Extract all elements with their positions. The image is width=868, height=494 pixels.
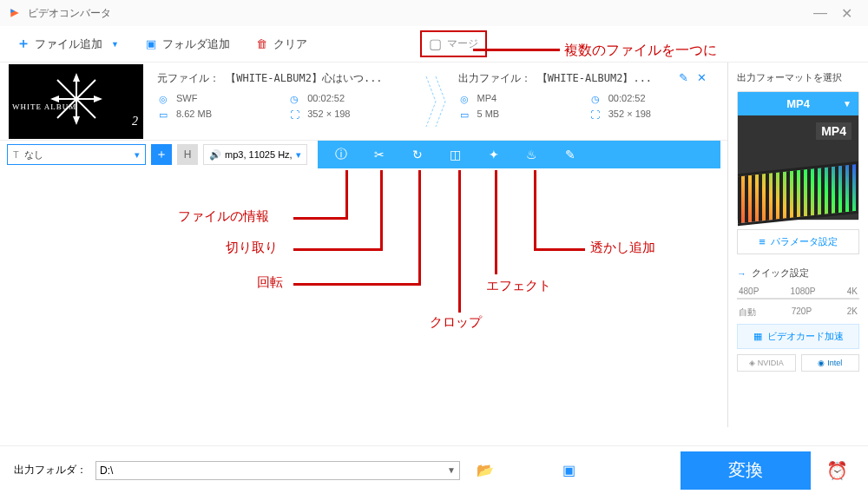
res-4k[interactable]: 4K [847,287,858,296]
arrow-right-icon: → [737,268,746,279]
res-720p[interactable]: 720P [792,306,812,319]
video-thumbnail[interactable]: WHITE ALBUM 2 [9,64,143,139]
h-label: H [184,148,192,161]
add-folder-label: フォルダ追加 [162,36,230,52]
merge-button[interactable]: ▢ マージ [420,30,487,57]
intel-icon: ◉ [818,359,825,367]
close-button[interactable]: ✕ [833,5,859,22]
res-auto[interactable]: 自動 [739,306,756,319]
crop-tool-icon[interactable]: ◫ [448,148,464,161]
source-title: 元ファイル： 【WHITE-ALBUM2】心はいつ... [157,71,413,86]
source-info: 元ファイル： 【WHITE-ALBUM2】心はいつ... ◎SWF ◷00:02… [152,68,418,135]
format-value: MP4 [786,97,810,110]
format-card[interactable]: MP4 ▼ MP4 [737,91,859,221]
main-area: WHITE ALBUM 2 元ファイル： 【WHITE-ALBUM2】心はいつ.… [0,63,868,427]
resolution-row-1: 480P 1080P 4K [737,287,859,296]
convert-button[interactable]: 変換 [681,451,811,490]
trim-tool-icon[interactable]: ✂ [372,148,387,161]
add-folder-button[interactable]: ▣ フォルダ追加 [145,36,230,52]
format-icon: ◎ [157,93,169,105]
svg-marker-9 [94,96,102,102]
clock-icon: ◷ [589,93,602,105]
format-icon: ◎ [458,93,470,105]
source-duration: 00:02:52 [307,93,412,105]
parameter-settings-button[interactable]: ≡ パラメータ設定 [737,229,859,254]
subtitle-tool-icon[interactable]: ✎ [562,148,578,161]
chevron-down-icon: ▼ [843,99,852,109]
merge-icon: ▢ [429,36,442,52]
quick-label: クイック設定 [752,267,809,280]
gpu-accel-button[interactable]: ▦ ビデオカード加速 [737,324,859,349]
chevron-down-icon: ▼ [447,465,456,475]
res-1080p[interactable]: 1080P [791,287,816,296]
alarm-icon: ⏰ [826,460,848,481]
output-path-select[interactable]: D:\ ▼ [95,461,460,480]
anno-line [495,170,497,274]
subtitle-select[interactable]: T なし ▾ [7,144,146,165]
add-file-button[interactable]: ＋ ファイル追加 ▼ [17,36,119,52]
source-size: 8.62 MB [176,109,281,121]
output-title: 出力ファイル： 【WHITE-ALBUM2】... [458,71,714,86]
thumb-title-text: WHITE ALBUM [12,102,76,111]
anno-line [293,283,418,286]
anno-line [536,248,585,251]
nvidia-tag[interactable]: ◈ NVIDIA [737,354,796,372]
anno-crop: クロップ [430,314,482,331]
output-format: MP4 [477,93,582,105]
svg-marker-8 [50,96,59,102]
folder-plus-icon: ▣ [145,38,157,50]
browse-folder-button[interactable]: 📂 [474,461,496,480]
add-subtitle-button[interactable]: ＋ [151,144,172,165]
format-selector[interactable]: MP4 ▼ [738,92,858,115]
speaker-icon: 🔊 [209,149,221,161]
chevron-down-icon: ▼ [111,40,119,49]
resolution-slider[interactable] [737,298,859,300]
conversion-arrow [418,68,453,135]
audio-select[interactable]: 🔊 mp3, 11025 Hz, ▾ [203,144,307,165]
output-folder-label: 出力フォルダ： [14,463,87,478]
quick-settings-header: → クイック設定 [737,267,859,280]
anno-line [293,217,345,220]
svg-marker-6 [73,73,80,82]
audio-label: mp3, 11025 Hz, [225,149,293,160]
window-title: ビデオコンバータ [28,6,807,21]
param-label: パラメータ設定 [771,235,838,248]
intel-tag[interactable]: ◉ Intel [801,354,860,372]
info-tool-icon[interactable]: ⓘ [333,147,349,162]
format-badge: MP4 [816,122,852,140]
rotate-tool-icon[interactable]: ↻ [410,148,425,161]
file-icon: ▭ [157,109,169,121]
option-bar: T なし ▾ ＋ H 🔊 mp3, 11025 Hz, ▾ ⓘ ✂ ↻ ◫ ✦ … [0,141,727,168]
open-output-button[interactable]: ▣ [557,461,580,480]
chevron-down-icon: ▾ [296,149,301,161]
plus-icon: ＋ [17,38,30,50]
effect-tool-icon[interactable]: ✦ [486,148,502,161]
output-path-value: D:\ [100,464,113,477]
main-toolbar: ＋ ファイル追加 ▼ ▣ フォルダ追加 🗑 クリア ▢ マージ [0,26,868,63]
anno-line [418,170,421,286]
watermark-tool-icon[interactable]: ♨ [524,148,540,161]
output-info: ✎ ✕ 出力ファイル： 【WHITE-ALBUM2】... ◎MP4 ◷00:0… [453,68,720,135]
remove-item-icon[interactable]: ✕ [697,71,707,84]
output-duration: 00:02:52 [608,93,713,105]
sidebar-header: 出力フォーマットを選択 [737,71,859,84]
anno-line [458,170,461,313]
plus-icon: ＋ [155,147,168,162]
h-button[interactable]: H [177,144,198,165]
clear-button[interactable]: 🗑 クリア [256,36,307,52]
anno-trim: 切り取り [226,240,278,256]
res-2k[interactable]: 2K [847,306,858,319]
res-480p[interactable]: 480P [739,287,759,296]
footer-bar: 出力フォルダ： D:\ ▼ 📂 ▣ 変換 ⏰ [0,445,868,494]
trash-icon: 🗑 [256,38,268,50]
resolution-icon: ⛶ [589,109,602,121]
minimize-button[interactable]: — [807,5,833,21]
chip-icon: ▦ [753,331,762,342]
schedule-button[interactable]: ⏰ [819,451,854,490]
clock-icon: ◷ [288,93,300,105]
rename-icon[interactable]: ✎ [679,71,688,84]
sliders-icon: ≡ [759,235,766,248]
source-format: SWF [176,93,281,105]
nvidia-icon: ◈ [749,359,755,367]
clear-label: クリア [273,36,307,52]
